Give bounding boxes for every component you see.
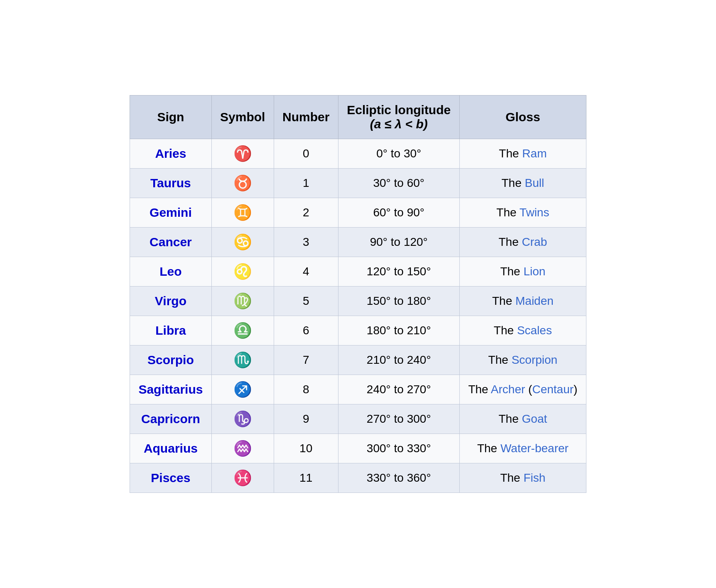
- gloss-cell: The Goat: [459, 404, 586, 434]
- symbol-cell: ♊: [211, 198, 274, 228]
- gloss-link-text[interactable]: Goat: [522, 412, 547, 425]
- sign-cell: Libra: [130, 316, 212, 345]
- symbol-cell: ♑: [211, 404, 274, 434]
- gloss-cell: The Scorpion: [459, 345, 586, 375]
- symbol-cell: ♏: [211, 345, 274, 375]
- zodiac-table-container: Sign Symbol Number Ecliptic longitude (a…: [130, 95, 586, 493]
- gloss-cell: The Lion: [459, 257, 586, 287]
- sign-cell: Virgo: [130, 287, 212, 316]
- sign-cell: Pisces: [130, 463, 212, 493]
- symbol-cell: ♍: [211, 287, 274, 316]
- sign-name: Virgo: [155, 294, 186, 308]
- zodiac-symbol: ♍: [233, 292, 252, 309]
- zodiac-table: Sign Symbol Number Ecliptic longitude (a…: [130, 95, 586, 493]
- sign-cell: Scorpio: [130, 345, 212, 375]
- gloss-cell: The Scales: [459, 316, 586, 345]
- gloss-link-text[interactable]: Bull: [525, 176, 544, 189]
- sign-name: Libra: [155, 323, 186, 337]
- ecliptic-cell: 90° to 120°: [338, 228, 459, 257]
- ecliptic-cell: 270° to 300°: [338, 404, 459, 434]
- zodiac-symbol: ♉: [233, 174, 252, 191]
- table-row: Taurus♉130° to 60°The Bull: [130, 169, 586, 198]
- sign-name: Cancer: [150, 235, 192, 249]
- zodiac-symbol: ♌: [233, 263, 252, 280]
- number-cell: 8: [274, 375, 338, 404]
- gloss-link-text[interactable]: Scorpion: [512, 353, 558, 366]
- sign-name: Capricorn: [141, 412, 200, 426]
- ecliptic-cell: 330° to 360°: [338, 463, 459, 493]
- header-ecliptic: Ecliptic longitude (a ≤ λ < b): [338, 96, 459, 139]
- table-row: Scorpio♏7210° to 240°The Scorpion: [130, 345, 586, 375]
- gloss-cell: The Maiden: [459, 287, 586, 316]
- table-row: Capricorn♑9270° to 300°The Goat: [130, 404, 586, 434]
- gloss-link-text[interactable]: Ram: [522, 147, 547, 160]
- sign-name: Taurus: [150, 176, 191, 190]
- number-cell: 5: [274, 287, 338, 316]
- header-gloss: Gloss: [459, 96, 586, 139]
- number-cell: 6: [274, 316, 338, 345]
- symbol-cell: ♈: [211, 139, 274, 169]
- gloss-prefix: The: [494, 324, 517, 337]
- ecliptic-cell: 150° to 180°: [338, 287, 459, 316]
- gloss-link-text[interactable]: Crab: [522, 235, 547, 248]
- gloss-cell: The Archer (Centaur): [459, 375, 586, 404]
- sign-cell: Aquarius: [130, 434, 212, 463]
- gloss-cell: The Ram: [459, 139, 586, 169]
- gloss-link-text[interactable]: Water-bearer: [500, 442, 569, 455]
- number-cell: 4: [274, 257, 338, 287]
- gloss-cell: The Bull: [459, 169, 586, 198]
- gloss-centaur-link[interactable]: Centaur: [532, 383, 574, 396]
- symbol-cell: ♋: [211, 228, 274, 257]
- table-row: Cancer♋390° to 120°The Crab: [130, 228, 586, 257]
- zodiac-symbol: ♎: [233, 322, 252, 339]
- zodiac-symbol: ♈: [233, 145, 252, 162]
- ecliptic-cell: 60° to 90°: [338, 198, 459, 228]
- gloss-link-text[interactable]: Archer: [491, 383, 525, 396]
- gloss-prefix: The: [492, 294, 515, 307]
- number-cell: 0: [274, 139, 338, 169]
- gloss-prefix: The: [499, 412, 522, 425]
- ecliptic-cell: 0° to 30°: [338, 139, 459, 169]
- number-cell: 1: [274, 169, 338, 198]
- sign-name: Gemini: [150, 206, 192, 219]
- sign-name: Aquarius: [144, 441, 198, 455]
- header-sign: Sign: [130, 96, 212, 139]
- zodiac-symbol: ♋: [233, 233, 252, 250]
- table-row: Leo♌4120° to 150°The Lion: [130, 257, 586, 287]
- ecliptic-header-sub: (a ≤ λ < b): [370, 117, 428, 131]
- ecliptic-cell: 180° to 210°: [338, 316, 459, 345]
- symbol-cell: ♎: [211, 316, 274, 345]
- header-number: Number: [274, 96, 338, 139]
- zodiac-symbol: ♓: [233, 469, 252, 486]
- sign-cell: Cancer: [130, 228, 212, 257]
- gloss-cell: The Fish: [459, 463, 586, 493]
- gloss-prefix: The: [502, 176, 525, 189]
- gloss-link-text[interactable]: Maiden: [515, 294, 554, 307]
- table-row: Pisces♓11330° to 360°The Fish: [130, 463, 586, 493]
- table-row: Aquarius♒10300° to 330°The Water-bearer: [130, 434, 586, 463]
- header-symbol: Symbol: [211, 96, 274, 139]
- gloss-close-paren: ): [574, 383, 577, 396]
- symbol-cell: ♌: [211, 257, 274, 287]
- gloss-cell: The Crab: [459, 228, 586, 257]
- sign-cell: Sagittarius: [130, 375, 212, 404]
- sign-cell: Capricorn: [130, 404, 212, 434]
- gloss-link-text[interactable]: Twins: [520, 206, 549, 219]
- gloss-prefix: The: [499, 147, 522, 160]
- gloss-prefix: The: [488, 353, 512, 366]
- sign-name: Sagittarius: [138, 382, 203, 396]
- gloss-link-text[interactable]: Lion: [523, 265, 545, 278]
- zodiac-symbol: ♏: [233, 351, 252, 368]
- sign-name: Aries: [155, 147, 186, 160]
- symbol-cell: ♐: [211, 375, 274, 404]
- table-row: Virgo♍5150° to 180°The Maiden: [130, 287, 586, 316]
- gloss-link-text[interactable]: Scales: [517, 324, 552, 337]
- gloss-cell: The Twins: [459, 198, 586, 228]
- symbol-cell: ♉: [211, 169, 274, 198]
- number-cell: 3: [274, 228, 338, 257]
- sign-cell: Taurus: [130, 169, 212, 198]
- sign-cell: Leo: [130, 257, 212, 287]
- table-row: Libra♎6180° to 210°The Scales: [130, 316, 586, 345]
- gloss-prefix: The: [496, 206, 520, 219]
- gloss-link-text[interactable]: Fish: [523, 471, 545, 484]
